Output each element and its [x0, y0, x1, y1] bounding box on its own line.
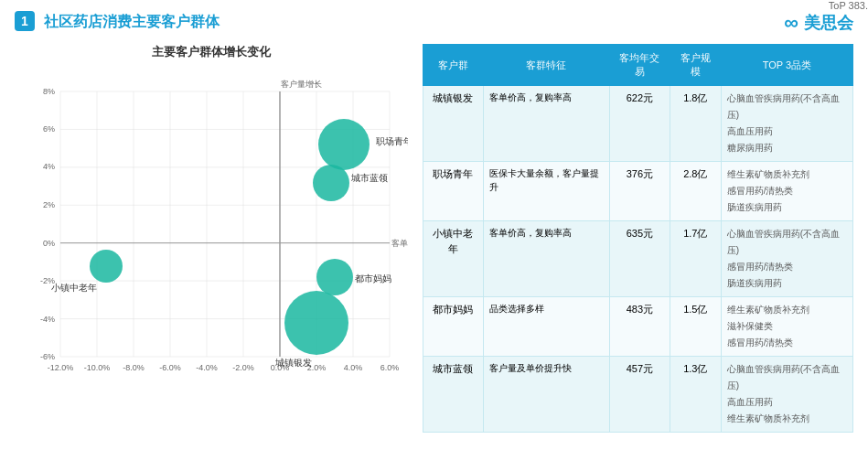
svg-text:-6.0%: -6.0% [159, 363, 181, 372]
cell-group: 都市妈妈 [423, 297, 484, 357]
cell-annual: 457元 [609, 357, 670, 433]
svg-text:都市妈妈: 都市妈妈 [355, 273, 391, 284]
cell-top3: 心脑血管疾病用药(不含高血压)高血压用药糖尿病用药 [721, 86, 852, 162]
logo-icon: ∞ [784, 11, 798, 35]
svg-text:2%: 2% [43, 200, 55, 209]
data-table: 客户群 客群特征 客均年交易 客户规模 TOP 3品类 城镇银发客单价高，复购率… [423, 44, 853, 433]
cell-scale: 1.5亿 [670, 297, 722, 357]
table-section: ToP 383. 客户群 客群特征 客均年交易 客户规模 TOP 3品类 城镇银… [423, 44, 853, 433]
table-row: 小镇中老年客单价高，复购率高635元1.7亿心脑血管疾病用药(不含高血压)感冒用… [423, 221, 853, 297]
cell-group: 城镇银发 [423, 86, 484, 162]
top3-item: 高血压用药 [727, 394, 847, 411]
cell-group: 小镇中老年 [423, 221, 484, 297]
col-header-scale: 客户规模 [670, 45, 722, 86]
top3-item: 感冒用药/清热类 [727, 259, 847, 275]
top3-item: 滋补保健类 [727, 318, 847, 335]
cell-feature: 客单价高，复购率高 [483, 86, 609, 162]
bubble-小镇中老年 [90, 250, 123, 283]
svg-text:-4.0%: -4.0% [196, 363, 218, 372]
table-header-row: 客户群 客群特征 客均年交易 客户规模 TOP 3品类 [423, 45, 853, 86]
top3-item: 维生素矿物质补充剂 [727, 166, 847, 183]
cell-scale: 1.7亿 [670, 221, 722, 297]
svg-text:6%: 6% [43, 124, 55, 134]
svg-text:客户量增长: 客户量增长 [281, 80, 322, 89]
bubble-城镇银发 [284, 291, 348, 355]
top3-item: 感冒用药/清热类 [727, 335, 847, 351]
cell-top3: 心脑血管疾病用药(不含高血压)感冒用药/清热类肠道疾病用药 [721, 221, 852, 297]
top3-item: 感冒用药/清热类 [727, 183, 847, 199]
svg-text:-6%: -6% [40, 352, 55, 361]
cell-top3: 心脑血管疾病用药(不含高血压)高血压用药维生素矿物质补充剂 [721, 357, 852, 433]
svg-text:-10.0%: -10.0% [84, 363, 111, 372]
cell-top3: 维生素矿物质补充剂感冒用药/清热类肠道疾病用药 [721, 162, 852, 221]
svg-text:城市蓝领: 城市蓝领 [350, 173, 388, 183]
cell-annual: 635元 [609, 221, 670, 297]
bubble-都市妈妈 [316, 259, 353, 295]
main-content: 主要客户群体增长变化 [15, 44, 853, 433]
chart-section: 主要客户群体增长变化 [15, 44, 408, 433]
svg-text:客单价增长: 客单价增长 [391, 239, 408, 248]
top3-item: 心脑血管疾病用药(不含高血压) [727, 226, 847, 259]
svg-text:0%: 0% [43, 239, 55, 248]
cell-scale: 1.3亿 [670, 357, 722, 433]
cell-group: 职场青年 [423, 162, 484, 221]
svg-text:8%: 8% [43, 87, 55, 96]
page-title: 社区药店消费主要客户群体 [44, 13, 220, 32]
top3-item: 心脑血管疾病用药(不含高血压) [727, 91, 847, 123]
svg-text:-8.0%: -8.0% [123, 363, 145, 372]
svg-text:-2.0%: -2.0% [232, 363, 254, 372]
chart-title: 主要客户群体增长变化 [15, 44, 408, 60]
col-header-feature: 客群特征 [483, 45, 609, 86]
svg-text:小镇中老年: 小镇中老年 [51, 283, 97, 293]
top3-item: 心脑血管疾病用药(不含高血压) [727, 361, 847, 394]
table-row: 城市蓝领客户量及单价提升快457元1.3亿心脑血管疾病用药(不含高血压)高血压用… [423, 357, 853, 433]
cell-scale: 2.8亿 [670, 162, 722, 221]
col-header-group: 客户群 [423, 45, 484, 86]
svg-text:4%: 4% [43, 162, 55, 171]
bubble-職場青年 [318, 119, 370, 170]
svg-text:-4%: -4% [40, 315, 55, 324]
svg-text:4.0%: 4.0% [344, 363, 363, 372]
cell-feature: 客单价高，复购率高 [483, 221, 609, 297]
cell-annual: 376元 [609, 162, 670, 221]
top383-label: ToP 383. [829, 0, 868, 11]
top3-item: 肠道疾病用药 [727, 199, 847, 216]
cell-feature: 品类选择多样 [483, 297, 609, 357]
col-header-annual: 客均年交易 [609, 45, 670, 86]
svg-text:职场青年: 职场青年 [376, 136, 408, 146]
cell-top3: 维生素矿物质补充剂滋补保健类感冒用药/清热类 [721, 297, 852, 357]
logo-text: 美思会 [804, 12, 853, 34]
step-badge: 1 [15, 11, 35, 31]
top3-item: 高血压用药 [727, 123, 847, 140]
page: 1 社区药店消费主要客户群体 ∞ 美思会 主要客户群体增长变化 [0, 0, 868, 471]
top3-item: 糖尿病用药 [727, 140, 847, 156]
top3-item: 肠道疾病用药 [727, 275, 847, 292]
bubble-城市蓝领 [313, 165, 349, 201]
scatter-chart: 8% 6% 4% 2% 0% -2% -4% -6% -12.0% -10.0%… [15, 64, 408, 402]
cell-scale: 1.8亿 [670, 86, 722, 162]
table-row: 城镇银发客单价高，复购率高622元1.8亿心脑血管疾病用药(不含高血压)高血压用… [423, 86, 853, 162]
top3-item: 维生素矿物质补充剂 [727, 302, 847, 318]
cell-annual: 622元 [609, 86, 670, 162]
chart-container: 8% 6% 4% 2% 0% -2% -4% -6% -12.0% -10.0%… [15, 64, 408, 402]
svg-text:6.0%: 6.0% [380, 363, 400, 372]
top3-item: 维生素矿物质补充剂 [727, 411, 847, 427]
cell-annual: 483元 [609, 297, 670, 357]
logo: ∞ 美思会 [784, 11, 853, 35]
header-left: 1 社区药店消费主要客户群体 [15, 11, 220, 32]
table-row: 都市妈妈品类选择多样483元1.5亿维生素矿物质补充剂滋补保健类感冒用药/清热类 [423, 297, 853, 357]
cell-group: 城市蓝领 [423, 357, 484, 433]
header: 1 社区药店消费主要客户群体 ∞ 美思会 [15, 11, 853, 35]
table-row: 职场青年医保卡大量余额，客户量提升376元2.8亿维生素矿物质补充剂感冒用药/清… [423, 162, 853, 221]
cell-feature: 客户量及单价提升快 [483, 357, 609, 433]
svg-text:城镇银发: 城镇银发 [274, 358, 312, 368]
cell-feature: 医保卡大量余额，客户量提升 [483, 162, 609, 221]
col-header-top3: TOP 3品类 [721, 45, 852, 86]
svg-text:-12.0%: -12.0% [48, 363, 74, 372]
